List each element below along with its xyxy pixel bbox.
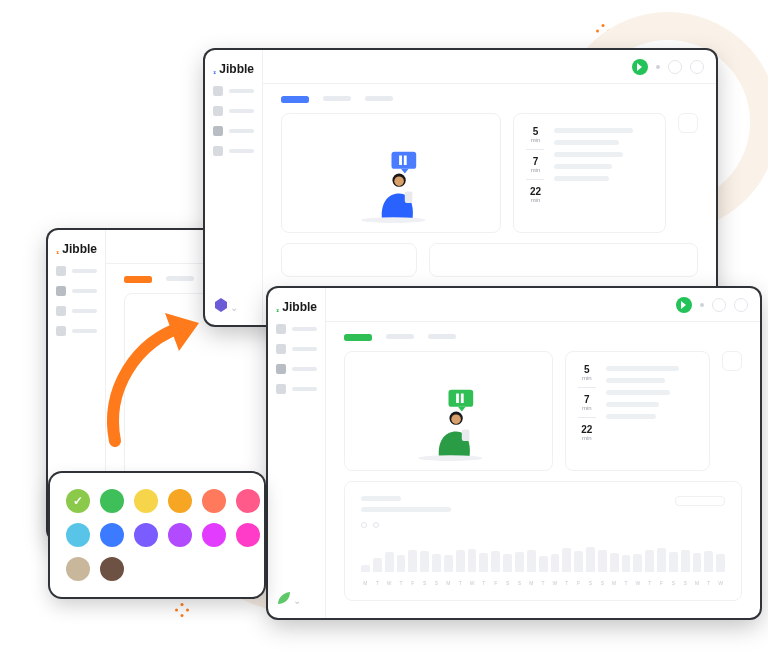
svg-rect-21 bbox=[462, 430, 470, 441]
svg-point-2 bbox=[596, 30, 599, 33]
color-swatch[interactable] bbox=[236, 523, 260, 547]
nav-item[interactable] bbox=[56, 286, 97, 296]
nav-item[interactable] bbox=[56, 306, 97, 316]
bar bbox=[645, 550, 654, 572]
play-button[interactable] bbox=[676, 297, 692, 313]
color-swatch[interactable] bbox=[134, 489, 158, 513]
color-swatch[interactable] bbox=[134, 523, 158, 547]
bar bbox=[610, 553, 619, 572]
play-button[interactable] bbox=[632, 59, 648, 75]
status-dot bbox=[700, 303, 704, 307]
toolbar-button[interactable] bbox=[734, 298, 748, 312]
tab-active[interactable] bbox=[344, 334, 372, 339]
stat: 7min bbox=[526, 156, 544, 173]
svg-point-7 bbox=[186, 609, 189, 612]
expand-button[interactable] bbox=[722, 351, 742, 371]
tab[interactable] bbox=[386, 334, 414, 339]
content-card bbox=[429, 243, 698, 277]
hourglass-icon bbox=[276, 301, 279, 313]
toolbar-button[interactable] bbox=[690, 60, 704, 74]
logo: Jibble bbox=[56, 242, 97, 256]
stat-unit: min bbox=[531, 137, 541, 143]
color-swatch[interactable] bbox=[66, 523, 90, 547]
expand-button[interactable] bbox=[678, 113, 698, 133]
bar bbox=[468, 549, 477, 572]
bar bbox=[669, 552, 678, 572]
bar bbox=[716, 554, 725, 572]
color-swatch[interactable] bbox=[100, 523, 124, 547]
app-icon bbox=[213, 297, 229, 317]
topbar bbox=[263, 50, 716, 84]
tab[interactable] bbox=[428, 334, 456, 339]
bar bbox=[397, 555, 406, 572]
hourglass-icon bbox=[56, 243, 59, 255]
nav-item[interactable] bbox=[276, 344, 317, 354]
stat-unit: min bbox=[531, 197, 541, 203]
sidebar: Jibble ⌄ bbox=[268, 288, 326, 618]
svg-rect-17 bbox=[456, 394, 459, 404]
color-swatch[interactable] bbox=[66, 557, 90, 581]
bar bbox=[408, 550, 417, 572]
color-swatch[interactable] bbox=[236, 489, 260, 513]
leaf-icon bbox=[276, 590, 292, 610]
bar bbox=[622, 555, 631, 572]
tab[interactable] bbox=[323, 96, 351, 101]
color-swatch[interactable] bbox=[168, 489, 192, 513]
sparkle-icon bbox=[175, 603, 187, 615]
tab-active[interactable] bbox=[124, 276, 152, 281]
toolbar-button[interactable] bbox=[668, 60, 682, 74]
stat-number: 7 bbox=[584, 394, 590, 405]
svg-point-0 bbox=[602, 24, 605, 27]
arrow-icon bbox=[95, 301, 215, 421]
svg-rect-11 bbox=[404, 156, 407, 166]
tab-active[interactable] bbox=[281, 96, 309, 101]
color-swatch[interactable] bbox=[202, 489, 226, 513]
illustration-person bbox=[344, 144, 439, 224]
color-picker bbox=[50, 473, 264, 597]
bar bbox=[574, 551, 583, 572]
nav-item[interactable] bbox=[56, 266, 97, 276]
bar bbox=[420, 551, 429, 572]
sidebar: Jibble ⌄ bbox=[205, 50, 263, 325]
svg-rect-10 bbox=[399, 156, 402, 166]
stat-number: 5 bbox=[584, 364, 590, 375]
brand-label: Jibble bbox=[62, 242, 97, 256]
svg-marker-8 bbox=[215, 298, 227, 312]
app-window-blue: Jibble ⌄ bbox=[205, 50, 716, 325]
bar bbox=[373, 558, 382, 572]
stat-number: 5 bbox=[533, 126, 539, 137]
nav-item[interactable] bbox=[213, 86, 254, 96]
color-swatch[interactable] bbox=[66, 489, 90, 513]
color-swatch[interactable] bbox=[168, 523, 192, 547]
nav-item[interactable] bbox=[276, 324, 317, 334]
nav-item[interactable] bbox=[56, 326, 97, 336]
color-swatch[interactable] bbox=[202, 523, 226, 547]
stats-card: 5min7min22min bbox=[513, 113, 666, 233]
svg-point-5 bbox=[181, 614, 184, 617]
app-window-green: Jibble ⌄ bbox=[268, 288, 760, 618]
bar bbox=[479, 553, 488, 572]
bar bbox=[515, 552, 524, 572]
color-swatch[interactable] bbox=[100, 557, 124, 581]
stat: 22min bbox=[578, 424, 596, 441]
nav-item[interactable] bbox=[213, 106, 254, 116]
bar bbox=[681, 550, 690, 572]
bar bbox=[562, 548, 571, 572]
svg-rect-18 bbox=[461, 394, 464, 404]
topbar bbox=[326, 288, 760, 322]
tab[interactable] bbox=[365, 96, 393, 101]
nav-item[interactable] bbox=[213, 146, 254, 156]
nav-item[interactable] bbox=[276, 384, 317, 394]
status-dot bbox=[656, 65, 660, 69]
svg-point-4 bbox=[181, 603, 184, 606]
nav-item[interactable] bbox=[276, 364, 317, 374]
stat-unit: min bbox=[582, 435, 592, 441]
color-swatch[interactable] bbox=[100, 489, 124, 513]
nav-item[interactable] bbox=[213, 126, 254, 136]
bar bbox=[693, 553, 702, 572]
toolbar-button[interactable] bbox=[712, 298, 726, 312]
tab[interactable] bbox=[166, 276, 194, 281]
logo: Jibble bbox=[276, 300, 317, 314]
brand-label: Jibble bbox=[282, 300, 317, 314]
bar bbox=[633, 554, 642, 572]
